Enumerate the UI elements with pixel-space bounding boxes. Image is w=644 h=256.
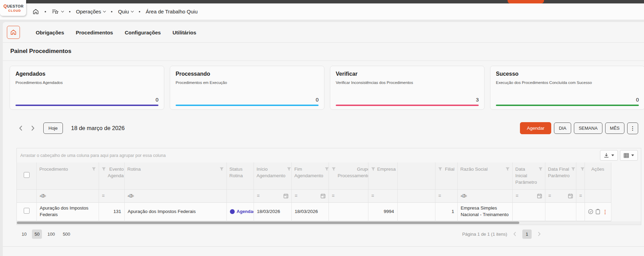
select-all-checkbox[interactable] <box>24 172 30 178</box>
filter-icon[interactable] <box>92 167 96 171</box>
filter-icon[interactable] <box>102 167 106 171</box>
equals-filter-icon[interactable]: = <box>257 193 260 199</box>
filter-icon[interactable] <box>325 167 329 171</box>
equals-filter-icon[interactable]: = <box>371 193 374 199</box>
card-agendados[interactable]: Agendados Procedimentos Agendados 0 <box>10 66 164 110</box>
breadcrumb-separator <box>69 11 70 12</box>
filter-filial[interactable]: = <box>435 189 457 202</box>
row-checkbox[interactable] <box>24 208 30 214</box>
filter-icon[interactable] <box>506 167 510 171</box>
breadcrumb-home[interactable] <box>32 8 39 15</box>
filter-status[interactable] <box>226 189 254 202</box>
filter-grupo[interactable]: = <box>329 189 368 202</box>
equals-filter-icon[interactable]: = <box>516 193 519 199</box>
col-empresa[interactable]: Empresa <box>368 162 397 189</box>
horizontal-scrollbar[interactable] <box>17 221 641 225</box>
logo[interactable]: QUESTOR CLOUD <box>0 0 26 16</box>
column-chooser-button[interactable] <box>620 150 638 161</box>
clipboard-icon[interactable] <box>596 209 600 214</box>
tab-obrigacoes[interactable]: Obrigações <box>35 28 65 37</box>
filter-evento[interactable]: = <box>99 189 124 202</box>
tab-configuracoes[interactable]: Configurações <box>124 28 162 37</box>
col-evento-agenda[interactable]: Evento Agenda <box>99 162 124 189</box>
scrollbar-thumb[interactable] <box>17 222 519 224</box>
col-rotina[interactable]: Rotina <box>124 162 226 189</box>
view-dia-button[interactable]: DIA <box>554 122 571 134</box>
contains-filter-icon[interactable]: abc <box>461 194 467 198</box>
col-fim-agendamento[interactable]: Fim Agendamento <box>291 162 329 189</box>
filter-icon[interactable] <box>332 167 336 171</box>
page-number[interactable]: 1 <box>522 230 532 239</box>
card-sucesso[interactable]: Sucesso Execução dos Procedimentos Concl… <box>490 66 644 110</box>
page-size-selector: 10 50 100 500 <box>19 230 73 239</box>
filter-cell <box>17 189 36 202</box>
col-inicio-agendamento[interactable]: Início Agendamento <box>254 162 291 189</box>
calendar-icon[interactable] <box>284 193 288 199</box>
top-accent-button[interactable] <box>508 0 544 3</box>
row-actions-menu-icon[interactable]: ⋮ <box>603 209 608 214</box>
col-procedimento[interactable]: Procedimento <box>36 162 99 189</box>
equals-filter-icon[interactable]: = <box>332 193 335 199</box>
filter-icon[interactable] <box>571 167 575 171</box>
contains-filter-icon[interactable]: abc <box>128 194 134 198</box>
card-verificar[interactable]: Verificar Verificar Inconsistências dos … <box>330 66 485 110</box>
calendar-icon[interactable] <box>568 193 573 199</box>
filter-icon[interactable] <box>438 167 442 171</box>
col-status-rotina[interactable]: Status Rotina <box>226 162 254 189</box>
filter-data-final[interactable]: = <box>545 189 576 202</box>
filter-partial[interactable]: = <box>576 189 585 202</box>
check-circle-icon[interactable] <box>588 209 593 214</box>
filter-icon[interactable] <box>538 167 543 171</box>
filter-inicio[interactable]: = <box>254 189 291 202</box>
grid-toolbar-buttons <box>600 150 638 161</box>
tab-procedimentos[interactable]: Procedimentos <box>75 28 114 37</box>
filter-icon[interactable] <box>287 167 291 171</box>
breadcrumb-quiu[interactable]: Quiu <box>118 9 133 14</box>
contains-filter-icon[interactable]: abc <box>40 194 46 198</box>
card-processando[interactable]: Processando Procedimentos em Execução 0 <box>170 66 324 110</box>
filter-icon[interactable] <box>580 167 585 171</box>
filter-rotina[interactable]: abc <box>124 189 226 202</box>
today-button[interactable]: Hoje <box>43 122 63 134</box>
view-semana-button[interactable]: SEMANA <box>574 122 602 134</box>
equals-filter-icon[interactable]: = <box>102 193 105 199</box>
filter-icon[interactable] <box>371 167 375 171</box>
equals-filter-icon[interactable]: = <box>295 193 298 199</box>
table-row[interactable]: Apuração dos Impostos Federais 131 Apura… <box>17 202 611 221</box>
calendar-icon[interactable] <box>537 193 542 199</box>
filter-razao[interactable]: abc <box>457 189 512 202</box>
col-grupo-processamento[interactable]: Grupo Processamento <box>329 162 368 189</box>
equals-filter-icon[interactable]: = <box>579 193 582 199</box>
page-size-10[interactable]: 10 <box>19 230 29 239</box>
card-subtitle: Verificar Inconsistências dos Procedimen… <box>336 81 479 85</box>
page-size-500[interactable]: 500 <box>60 230 73 239</box>
col-partial[interactable] <box>576 162 585 189</box>
page-size-50[interactable]: 50 <box>32 230 42 239</box>
breadcrumb-favorites[interactable] <box>52 9 64 15</box>
col-data-final[interactable]: Data Final Parâmetro <box>545 162 576 189</box>
prev-date-button[interactable] <box>17 125 24 132</box>
prev-page-button[interactable] <box>512 232 517 236</box>
col-filial[interactable]: Filial <box>435 162 457 189</box>
page-size-100[interactable]: 100 <box>45 230 57 239</box>
next-page-button[interactable] <box>537 232 542 236</box>
agendar-button[interactable]: Agendar <box>520 122 551 134</box>
col-data-inicial[interactable]: Data Inicial Parâmetro <box>512 162 545 189</box>
filter-procedimento[interactable]: abc <box>36 189 99 202</box>
module-home-button[interactable] <box>7 26 20 39</box>
filter-empresa[interactable]: = <box>368 189 397 202</box>
scheduler-more-button[interactable]: ⋮ <box>627 122 638 134</box>
next-date-button[interactable] <box>29 125 36 132</box>
breadcrumb-operacoes[interactable]: Operações <box>76 9 106 14</box>
equals-filter-icon[interactable]: = <box>548 193 551 199</box>
calendar-icon[interactable] <box>321 193 325 199</box>
chevron-right-icon <box>537 232 542 236</box>
view-mes-button[interactable]: MÊS <box>605 122 624 134</box>
filter-icon[interactable] <box>220 167 224 171</box>
col-razao-social[interactable]: Razão Social <box>457 162 512 189</box>
export-button[interactable] <box>600 150 618 161</box>
filter-fim[interactable]: = <box>291 189 329 202</box>
tab-utilitarios[interactable]: Utilitários <box>172 28 197 37</box>
filter-data-inicial[interactable]: = <box>512 189 545 202</box>
equals-filter-icon[interactable]: = <box>438 193 441 199</box>
